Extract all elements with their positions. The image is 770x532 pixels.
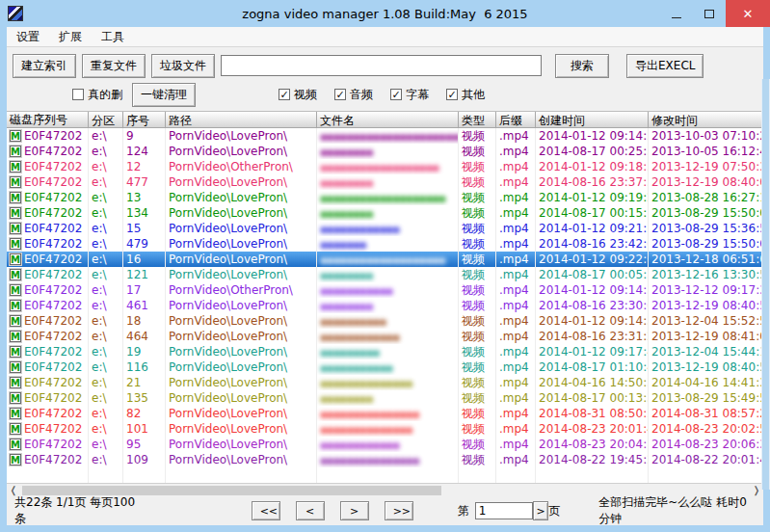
col-extension[interactable]: 后缀 — [496, 112, 536, 127]
title-bar[interactable]: zogna video manager 1.08 Build:May 6 201… — [0, 0, 770, 27]
col-number[interactable]: 序号 — [123, 112, 166, 127]
filter-checkbox-1[interactable]: ✓音频 — [334, 87, 373, 103]
first-page-button[interactable]: << — [252, 501, 280, 520]
build-index-button[interactable]: 建立索引 — [13, 54, 76, 78]
menu-settings[interactable]: 设置 — [7, 27, 49, 47]
col-partition[interactable]: 分区 — [89, 112, 123, 127]
censored-blob: ●●●●●●●●●●●●●●●●●●●●●●●●● — [320, 132, 459, 142]
prev-page-button[interactable]: < — [296, 501, 325, 520]
cell-number: 12 — [123, 159, 166, 174]
vertical-scrollbar[interactable] — [761, 79, 770, 490]
cell-filename-censored: ●●●●●●●● — [317, 144, 459, 159]
col-modified[interactable]: 修改时间 — [649, 112, 763, 127]
export-excel-button[interactable]: 导出EXECL — [626, 54, 704, 78]
cell-partition: e:\ — [89, 190, 123, 205]
table-row[interactable]: ME0F47202e:\461PornVideo\LovePron\●●●●●●… — [7, 298, 763, 313]
table-row[interactable]: ME0F47202e:\134PornVideo\LovePron\●●●●●●… — [7, 205, 763, 221]
app-window: zogna video manager 1.08 Build:May 6 201… — [0, 0, 770, 532]
col-filename[interactable]: 文件名 — [317, 112, 459, 127]
cell-modified-time: 2013-12-19 07:50:32 — [649, 159, 763, 174]
cell-number: 18 — [123, 313, 166, 329]
filter-label: 音频 — [350, 87, 373, 103]
table-row[interactable]: ME0F47202e:\479PornVideo\LovePron\●●●●●●… — [7, 236, 763, 252]
table-row[interactable]: ME0F47202e:\101PornVideo\LovePron\●●●●●●… — [7, 421, 763, 437]
menu-extensions[interactable]: 扩展 — [49, 27, 92, 47]
table-row[interactable]: ME0F47202e:\82PornVideo\LovePron\●●●●●●●… — [7, 406, 763, 421]
cell-partition: e:\ — [89, 159, 123, 174]
cell-filename-censored: ●●●●●●●●●●●●●●● — [317, 406, 459, 421]
table-row[interactable]: ME0F47202e:\477PornVideo\LovePron\●●●●●●… — [7, 174, 763, 190]
vertical-scrollbar-thumb[interactable] — [762, 79, 769, 490]
table-row[interactable]: ME0F47202e:\12PornVideo\OtherPron\●●●●●●… — [7, 159, 763, 174]
cell-created-time: 2014-08-17 00:13:30 — [536, 390, 649, 406]
table-row[interactable]: ME0F47202e:\135PornVideo\LovePron\●●●●●●… — [7, 390, 763, 406]
checkbox-icon: ✓ — [390, 89, 402, 100]
cell-number: 19 — [123, 344, 166, 359]
cell-disk-serial: E0F47202 — [24, 344, 82, 359]
minimize-button[interactable] — [660, 0, 693, 27]
table-row[interactable]: ME0F47202e:\13PornVideo\LovePron\●●●●●●●… — [7, 190, 763, 205]
table-row[interactable]: ME0F47202e:\9PornVideo\LovePron\●●●●●●●●… — [7, 128, 763, 144]
cell-filename-censored: ●●●●●●●●●●●●●●●●●●● — [317, 190, 459, 205]
scrollbar-thumb[interactable] — [22, 486, 441, 495]
cell-filename-censored: ●●●●●●●●●●●●●●●●●●● — [317, 252, 459, 267]
cell-number: 82 — [123, 406, 166, 421]
table-row[interactable]: ME0F47202e:\21PornVideo\LovePron\●●●●●●●… — [7, 375, 763, 390]
cell-partition: e:\ — [89, 144, 123, 159]
table-row[interactable]: ME0F47202e:\19PornVideo\LovePron\●●●●●●●… — [7, 344, 763, 359]
close-icon: ✕ — [743, 7, 754, 21]
duplicate-files-button[interactable]: 重复文件 — [82, 54, 146, 78]
filter-checkbox-0[interactable]: ✓视频 — [279, 87, 317, 103]
cell-modified-time: 2014-08-22 20:01:49 — [649, 452, 763, 467]
close-button[interactable]: ✕ — [726, 0, 770, 27]
search-button[interactable]: 搜索 — [555, 54, 609, 78]
col-disk-serial[interactable]: 磁盘序列号 — [7, 112, 89, 127]
table-row[interactable]: ME0F47202e:\95PornVideo\LovePron\●●●●●●●… — [7, 437, 763, 452]
table-row[interactable]: ME0F47202e:\17PornVideo\OtherPron\●●●●●●… — [7, 282, 763, 298]
cell-path: PornVideo\LovePron\ — [166, 252, 317, 267]
table-row[interactable]: ME0F47202e:\16PornVideo\LovePron\●●●●●●●… — [7, 252, 763, 267]
table-row[interactable]: ME0F47202e:\464PornVideo\LovePron\●●●●●●… — [7, 329, 763, 344]
cell-type: 视频 — [459, 375, 496, 390]
cell-number: 13 — [123, 190, 166, 205]
menu-tools[interactable]: 工具 — [92, 27, 134, 47]
cell-created-time: 2014-08-16 23:31:28 — [536, 329, 649, 344]
cell-modified-time: 2013-08-29 15:50:00 — [649, 205, 763, 221]
page-number-input[interactable] — [475, 502, 533, 519]
cell-disk-serial: E0F47202 — [24, 144, 82, 159]
cell-disk-serial: E0F47202 — [24, 406, 82, 421]
cell-filename-censored: ●●●●●●●●●●● — [317, 282, 459, 298]
cell-disk-serial: E0F47202 — [24, 390, 82, 406]
cell-disk-serial: E0F47202 — [24, 375, 82, 390]
one-click-clean-button[interactable]: 一键清理 — [132, 83, 196, 107]
censored-blob: ●●●●●●●●●●●●●●●●●●● — [320, 255, 445, 265]
col-path[interactable]: 路径 — [166, 112, 317, 127]
col-type[interactable]: 类型 — [459, 112, 496, 127]
media-file-icon: M — [10, 392, 21, 404]
cell-path: PornVideo\LovePron\ — [166, 144, 317, 159]
table-row[interactable]: ME0F47202e:\116PornVideo\LovePron\●●●●●●… — [7, 359, 763, 375]
cell-extension: .mp4 — [496, 375, 536, 390]
junk-files-button[interactable]: 垃圾文件 — [151, 54, 215, 78]
filter-label: 其他 — [462, 87, 485, 103]
media-file-icon: M — [10, 423, 21, 435]
last-page-button[interactable]: >> — [385, 501, 413, 520]
table-row[interactable]: ME0F47202e:\124PornVideo\LovePron\●●●●●●… — [7, 144, 763, 159]
table-row[interactable]: ME0F47202e:\18PornVideo\LovePron\●●●●●●●… — [7, 313, 763, 329]
media-file-icon: M — [10, 130, 21, 142]
really-delete-checkbox[interactable]: 真的删 — [72, 87, 122, 103]
cell-created-time: 2014-08-17 01:10:46 — [536, 359, 649, 375]
filter-checkbox-2[interactable]: ✓字幕 — [390, 87, 429, 103]
search-input[interactable] — [221, 55, 542, 76]
cell-filename-censored: ●●●●●●●●●●●●●●●●●● — [317, 159, 459, 174]
censored-blob: ●●●●●●●●●●●●●● — [320, 379, 412, 388]
table-row[interactable]: ME0F47202e:\109PornVideo\LovePron\●●●●●●… — [7, 452, 763, 467]
col-created[interactable]: 创建时间 — [536, 112, 649, 127]
cell-number: 479 — [123, 236, 166, 252]
filter-checkbox-3[interactable]: ✓其他 — [446, 87, 485, 103]
maximize-button[interactable] — [693, 0, 726, 27]
next-page-button[interactable]: > — [340, 501, 369, 520]
go-page-button[interactable]: > — [533, 501, 549, 520]
table-row[interactable]: ME0F47202e:\15PornVideo\LovePron\●●●●●●●… — [7, 221, 763, 236]
table-row[interactable]: ME0F47202e:\121PornVideo\LovePron\●●●●●●… — [7, 267, 763, 282]
